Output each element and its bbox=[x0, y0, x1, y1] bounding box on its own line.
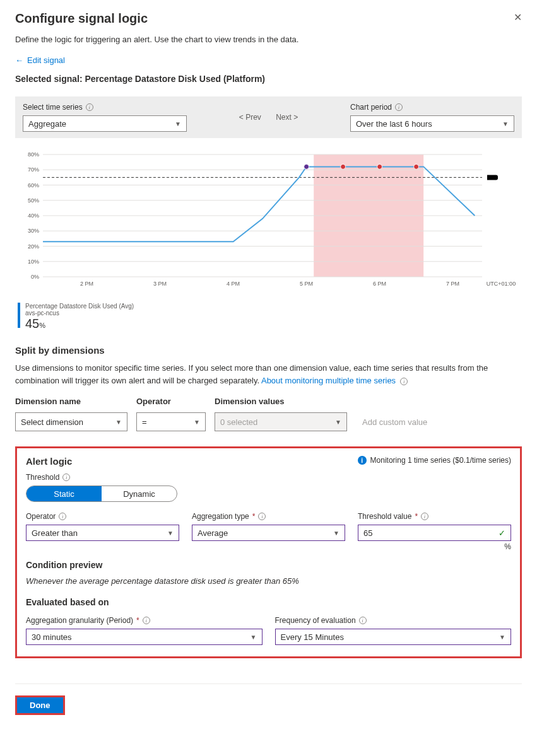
chart-legend: Percentage Datastore Disk Used (Avg) avs… bbox=[18, 303, 522, 331]
dim-header-vals: Dimension values bbox=[215, 397, 347, 406]
operator-label: Operator bbox=[26, 512, 56, 521]
svg-text:40%: 40% bbox=[28, 212, 39, 219]
info-icon[interactable]: i bbox=[86, 103, 93, 111]
svg-point-27 bbox=[304, 164, 309, 169]
select-timeseries-dropdown[interactable]: Aggregate ▼ bbox=[23, 115, 187, 132]
edit-signal-link[interactable]: ← Edit signal bbox=[15, 55, 65, 65]
page-title: Configure signal logic bbox=[15, 11, 148, 26]
svg-text:0%: 0% bbox=[31, 274, 39, 280]
legend-resource-name: avs-pc-ncus bbox=[25, 310, 134, 317]
about-monitoring-link[interactable]: About monitoring multiple time series bbox=[261, 376, 396, 385]
aggregation-granularity-label: Aggregation granularity (Period) bbox=[26, 616, 133, 625]
threshold-type-toggle[interactable]: Static Dynamic bbox=[26, 486, 177, 502]
svg-text:50%: 50% bbox=[28, 197, 39, 204]
svg-text:10%: 10% bbox=[28, 259, 39, 265]
info-icon[interactable]: i bbox=[59, 513, 66, 520]
chevron-down-icon: ▼ bbox=[115, 419, 122, 426]
info-icon: i bbox=[358, 456, 367, 465]
close-icon[interactable]: ✕ bbox=[514, 11, 522, 23]
done-button[interactable]: Done bbox=[17, 697, 63, 713]
info-icon[interactable]: i bbox=[143, 617, 150, 624]
svg-point-29 bbox=[377, 164, 382, 169]
svg-point-28 bbox=[341, 164, 346, 169]
monitoring-info: i Monitoring 1 time series ($0.1/time se… bbox=[358, 456, 511, 465]
split-dimensions-desc: Use dimensions to monitor specific time … bbox=[15, 362, 522, 387]
chevron-down-icon: ▼ bbox=[175, 120, 181, 127]
prev-button[interactable]: < Prev bbox=[239, 113, 261, 122]
svg-text:6 PM: 6 PM bbox=[373, 281, 386, 287]
chevron-down-icon: ▼ bbox=[502, 120, 509, 127]
alert-logic-highlight-box: i Monitoring 1 time series ($0.1/time se… bbox=[15, 446, 522, 658]
chevron-down-icon: ▼ bbox=[251, 634, 257, 641]
page-description: Define the logic for triggering an alert… bbox=[15, 35, 522, 44]
chevron-down-icon: ▼ bbox=[499, 634, 505, 641]
legend-metric-name: Percentage Datastore Disk Used (Avg) bbox=[25, 303, 134, 310]
info-icon[interactable]: i bbox=[395, 103, 403, 111]
svg-text:4 PM: 4 PM bbox=[227, 281, 240, 287]
chart-period-label: Chart period bbox=[350, 103, 392, 112]
svg-text:UTC+01:00: UTC+01:00 bbox=[487, 281, 516, 287]
dim-header-op: Operator bbox=[136, 397, 206, 406]
svg-text:30%: 30% bbox=[28, 228, 39, 234]
selected-signal-label: Selected signal: Percentage Datastore Di… bbox=[15, 74, 522, 84]
metric-chart: 0%10%20%30%40%50%60%70%80%2 PM3 PM4 PM5 … bbox=[15, 149, 522, 296]
chevron-down-icon: ▼ bbox=[335, 419, 341, 426]
info-icon[interactable]: i bbox=[400, 378, 408, 385]
aggregation-type-dropdown[interactable]: Average ▼ bbox=[192, 525, 345, 541]
chevron-down-icon: ▼ bbox=[333, 530, 339, 537]
chart-period-dropdown[interactable]: Over the last 6 hours ▼ bbox=[350, 115, 514, 132]
info-icon[interactable]: i bbox=[421, 513, 428, 520]
condition-preview-title: Condition preview bbox=[26, 560, 511, 570]
info-icon[interactable]: i bbox=[359, 617, 367, 624]
svg-text:7 PM: 7 PM bbox=[446, 281, 459, 287]
legend-color-bar bbox=[18, 303, 20, 328]
split-dimensions-title: Split by dimensions bbox=[15, 345, 522, 356]
select-timeseries-label: Select time series bbox=[23, 103, 83, 112]
threshold-label: Threshold bbox=[26, 473, 59, 482]
svg-text:80%: 80% bbox=[28, 151, 39, 158]
dimension-operator-dropdown[interactable]: = ▼ bbox=[136, 412, 206, 431]
chevron-down-icon: ▼ bbox=[167, 530, 174, 537]
info-icon[interactable]: i bbox=[62, 474, 70, 481]
condition-preview-text: Whenever the average percentage datastor… bbox=[26, 576, 511, 586]
threshold-unit: % bbox=[358, 542, 511, 551]
evaluated-based-on-title: Evaluated based on bbox=[26, 597, 511, 607]
svg-text:70%: 70% bbox=[28, 166, 39, 173]
threshold-value-input[interactable]: 65 ✓ bbox=[358, 525, 511, 541]
back-arrow-icon: ← bbox=[15, 55, 23, 65]
threshold-value-label: Threshold value bbox=[358, 512, 411, 521]
aggregation-granularity-dropdown[interactable]: 30 minutes ▼ bbox=[26, 629, 263, 645]
dimension-values-dropdown[interactable]: 0 selected ▼ bbox=[215, 412, 347, 431]
svg-text:60%: 60% bbox=[28, 182, 39, 189]
dimension-name-dropdown[interactable]: Select dimension ▼ bbox=[15, 412, 127, 431]
frequency-label: Frequency of evaluation bbox=[275, 616, 356, 625]
svg-text:5 PM: 5 PM bbox=[300, 281, 313, 287]
done-button-highlight: Done bbox=[15, 695, 65, 715]
svg-point-30 bbox=[414, 164, 419, 169]
dim-header-name: Dimension name bbox=[15, 397, 127, 406]
check-icon: ✓ bbox=[499, 528, 505, 538]
add-custom-value[interactable]: Add custom value bbox=[362, 417, 427, 427]
chevron-down-icon: ▼ bbox=[194, 419, 200, 426]
legend-value: 45 bbox=[25, 317, 39, 330]
svg-text:3 PM: 3 PM bbox=[153, 281, 167, 287]
svg-text:2 PM: 2 PM bbox=[80, 281, 93, 287]
operator-dropdown[interactable]: Greater than ▼ bbox=[26, 525, 179, 541]
legend-unit: % bbox=[39, 322, 45, 329]
frequency-dropdown[interactable]: Every 15 Minutes ▼ bbox=[275, 629, 512, 645]
next-button[interactable]: Next > bbox=[276, 113, 298, 122]
svg-text:20%: 20% bbox=[28, 243, 39, 250]
aggregation-type-label: Aggregation type bbox=[192, 512, 249, 521]
info-icon[interactable]: i bbox=[258, 513, 266, 520]
timeseries-config-bar: Select time series i Aggregate ▼ < Prev … bbox=[15, 96, 522, 138]
threshold-dynamic-pill[interactable]: Dynamic bbox=[102, 486, 177, 501]
threshold-static-pill[interactable]: Static bbox=[27, 486, 102, 501]
dimension-row: Select dimension ▼ = ▼ 0 selected ▼ Add … bbox=[15, 412, 522, 431]
